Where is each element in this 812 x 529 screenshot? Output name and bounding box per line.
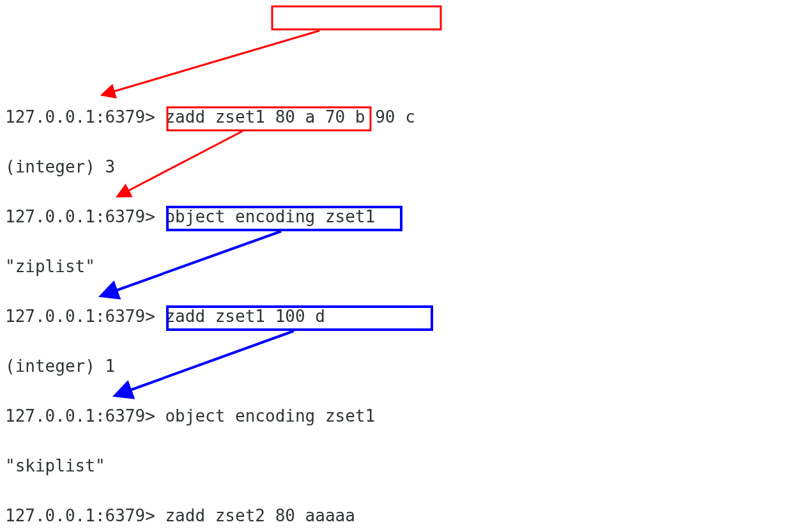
prompt-text: 127.0.0.1:6379>: [5, 506, 165, 525]
terminal-line: 127.0.0.1:6379> object encoding zset1: [5, 204, 807, 229]
terminal-line: 127.0.0.1:6379> object encoding zset1: [5, 404, 807, 429]
red-arrow-1: [112, 31, 319, 92]
terminal-output: "ziplist": [5, 254, 807, 279]
terminal-output: (integer) 1: [5, 354, 807, 379]
prompt-text: 127.0.0.1:6379> zadd zset1: [5, 107, 275, 126]
command-args: 80 a 70 b 90 c: [275, 107, 415, 126]
prompt-text: 127.0.0.1:6379>: [5, 307, 165, 326]
terminal-output: (integer) 3: [5, 155, 807, 180]
command-args: zadd zset1 100 d: [165, 307, 325, 326]
terminal-line: 127.0.0.1:6379> zadd zset2 80 aaaaa: [5, 503, 807, 528]
red-box-1: [272, 6, 441, 29]
terminal-line: 127.0.0.1:6379> zadd zset1 80 a 70 b 90 …: [5, 105, 807, 130]
terminal-output: "skiplist": [5, 454, 807, 479]
command-args: zadd zset2 80 aaaaa: [165, 506, 355, 525]
terminal-line: 127.0.0.1:6379> zadd zset1 100 d: [5, 304, 807, 329]
